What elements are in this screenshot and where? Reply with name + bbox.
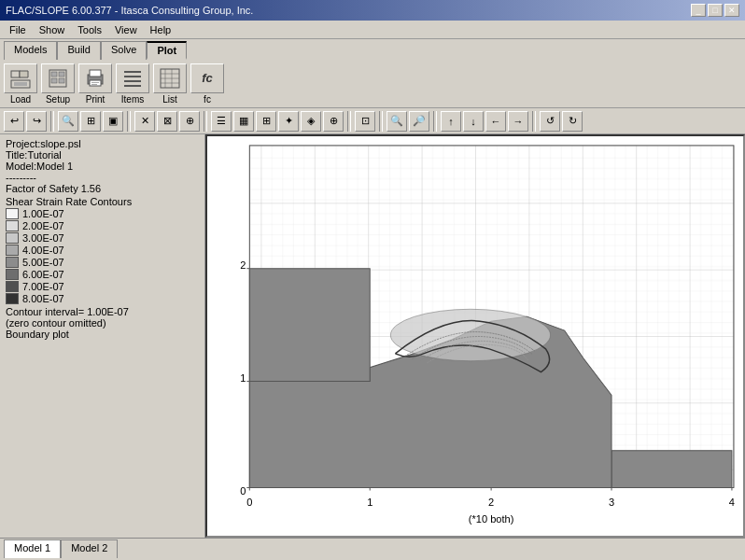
legend-row: 1.00E-07 (6, 208, 199, 219)
list-icon (159, 67, 181, 90)
zoom-button[interactable]: 🔍 (58, 111, 78, 132)
svg-rect-14 (124, 71, 141, 73)
list-button[interactable] (153, 63, 187, 93)
svg-marker-38 (249, 269, 370, 382)
cw-button[interactable]: ↻ (562, 111, 583, 132)
star-button[interactable]: ✦ (278, 111, 299, 132)
setup-button[interactable] (41, 63, 75, 93)
left-button[interactable]: ← (485, 111, 506, 132)
redo-button[interactable]: ↪ (26, 111, 47, 132)
sep6 (433, 111, 437, 132)
separator: --------- (6, 172, 199, 183)
svg-text:0: 0 (246, 497, 252, 508)
lines-button[interactable]: ☰ (211, 111, 232, 132)
sep5 (379, 111, 383, 132)
zoom-in-button[interactable]: 🔎 (409, 111, 429, 132)
svg-text:1: 1 (240, 372, 246, 384)
svg-rect-12 (91, 82, 99, 83)
setup-label: Setup (46, 94, 70, 105)
svg-rect-15 (124, 76, 141, 77)
maximize-button[interactable]: □ (708, 4, 723, 17)
legend-value: 5.00E-07 (22, 257, 64, 268)
project-text: Project:slope.psl (6, 138, 199, 149)
rect-button[interactable]: ▣ (103, 111, 123, 132)
menu-view[interactable]: View (109, 23, 143, 36)
right-button[interactable]: → (508, 111, 528, 132)
legend-swatch (6, 293, 19, 304)
zoom-fit-button[interactable]: ⊡ (355, 111, 375, 132)
close-button[interactable]: ✕ (724, 4, 739, 17)
toolbar-load: Load (4, 63, 37, 105)
svg-rect-10 (90, 70, 101, 77)
tab-solve[interactable]: Solve (101, 41, 148, 60)
legend-value: 4.00E-07 (22, 245, 64, 256)
menu-help[interactable]: Help (145, 23, 177, 36)
legend-swatch (6, 257, 19, 268)
menu-show[interactable]: Show (34, 23, 71, 36)
box-button[interactable]: ⊠ (157, 111, 177, 132)
fc-button[interactable]: fc (190, 63, 224, 93)
load-button[interactable] (4, 63, 37, 93)
tab-models[interactable]: Models (4, 41, 57, 60)
bottom-tab-model1[interactable]: Model 1 (4, 539, 61, 558)
dot-button[interactable]: ◈ (301, 111, 321, 132)
down-button[interactable]: ↓ (463, 111, 484, 132)
legend-value: 6.00E-07 (22, 269, 64, 280)
print-label: Print (86, 94, 105, 105)
secondary-toolbar: ↩ ↪ 🔍 ⊞ ▣ ✕ ⊠ ⊕ ☰ ▦ ⊞ ✦ ◈ ⊕ ⊡ 🔍 🔎 ↑ ↓ ← … (0, 108, 745, 134)
items-icon (121, 67, 144, 90)
tab-bar: Models Build Solve Plot (0, 39, 745, 60)
x-button[interactable]: ✕ (134, 111, 155, 132)
sep2 (127, 111, 131, 132)
print-icon (84, 67, 106, 90)
toolbar-print: Print (78, 63, 112, 105)
magnify-button[interactable]: ⊕ (179, 111, 200, 132)
print-button[interactable] (78, 63, 112, 93)
legend-row: 3.00E-07 (6, 232, 199, 244)
grid2-button[interactable]: ⊞ (256, 111, 276, 132)
tab-plot[interactable]: Plot (147, 41, 187, 60)
legend-swatches: 1.00E-072.00E-073.00E-074.00E-075.00E-07… (6, 208, 199, 304)
undo-button[interactable]: ↩ (4, 111, 24, 132)
cross-button[interactable]: ⊕ (323, 111, 344, 132)
bottom-tab-model2[interactable]: Model 2 (61, 539, 118, 558)
grid-button[interactable]: ⊞ (80, 111, 101, 132)
toolbar-items: Items (116, 63, 149, 105)
items-button[interactable] (116, 63, 149, 93)
sep7 (532, 111, 536, 132)
legend-swatch (6, 245, 19, 256)
ccw-button[interactable]: ↺ (540, 111, 560, 132)
legend-row: 8.00E-07 (6, 293, 199, 304)
list-label: List (162, 94, 177, 105)
legend-row: 2.00E-07 (6, 220, 199, 231)
legend-swatch (6, 281, 19, 292)
legend-value: 3.00E-07 (22, 232, 64, 244)
sep1 (50, 111, 54, 132)
tab-build[interactable]: Build (57, 41, 100, 60)
plot-wrapper: 0 1 2 0 1 2 3 4 (*10 both) (205, 134, 745, 538)
plot-canvas[interactable]: 0 1 2 0 1 2 3 4 (*10 both) (207, 136, 743, 536)
items-label: Items (121, 94, 144, 105)
load-label: Load (10, 94, 31, 105)
main-content: Project:slope.psl Title:Tutorial Model:M… (0, 134, 745, 538)
svg-rect-16 (124, 80, 141, 82)
load-icon (9, 67, 32, 90)
bottom-tabs: Model 1 Model 2 (0, 538, 745, 558)
menu-tools[interactable]: Tools (72, 23, 107, 36)
legend-swatch (6, 208, 19, 219)
interval-text: Contour interval= 1.00E-07 (6, 306, 199, 317)
table-button[interactable]: ▦ (233, 111, 254, 132)
zoom-out-button[interactable]: 🔍 (387, 111, 407, 132)
menu-file[interactable]: File (4, 23, 32, 36)
svg-rect-7 (51, 78, 57, 83)
minimize-button[interactable]: _ (691, 4, 706, 17)
legend-swatch (6, 220, 19, 231)
up-button[interactable]: ↑ (441, 111, 461, 132)
setup-icon (47, 67, 69, 90)
svg-rect-13 (91, 84, 97, 85)
legend-row: 4.00E-07 (6, 245, 199, 256)
toolbar-fc: fc fc (190, 63, 224, 105)
left-panel: Project:slope.psl Title:Tutorial Model:M… (0, 134, 205, 538)
legend-row: 6.00E-07 (6, 269, 199, 280)
model-text: Model:Model 1 (6, 161, 199, 172)
